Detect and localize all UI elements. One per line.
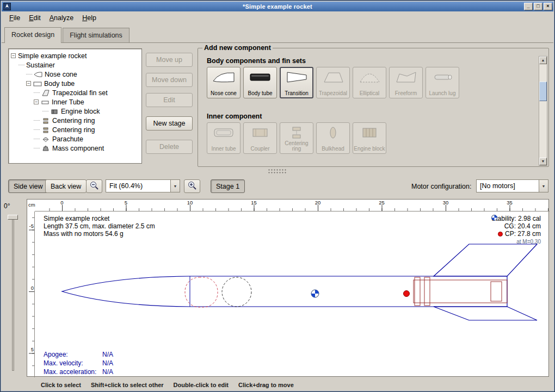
menu-edit[interactable]: Edit [24,13,45,23]
trapezoidal-fin-button: Trapezoidal [316,67,350,98]
tree-item-engine-block[interactable]: Engine block [10,107,140,116]
tree-actions: Move up Move down Edit New stage Delete [146,53,193,160]
fin-set-icon [41,90,50,96]
tree-item-rocket[interactable]: − Simple example rocket [10,51,140,60]
tree-connector [42,111,48,111]
chevron-down-icon: ▼ [174,184,177,188]
nose-cone-icon [34,71,42,78]
view-toolbar: Side view Back view Fit (60.4%) ▼ Stage … [1,178,554,196]
tree-connector [34,92,40,93]
rotation-slider-handle[interactable] [8,215,18,220]
minimize-button[interactable]: _ [524,3,533,10]
flight-stats: Apogee:N/A Max. velocity:N/A Max. accele… [44,350,113,376]
tab-flight-simulations[interactable]: Flight simulations [63,28,130,42]
tree-connector [18,65,24,65]
mass-component-icon [41,145,50,152]
cg-marker [311,290,319,297]
tree-item-centering-ring[interactable]: Centering ring [10,116,140,125]
menu-analyze[interactable]: Analyze [45,13,78,23]
mach-note: at M=0.30 [491,238,541,246]
tree-item-stage[interactable]: Sustainer [10,60,140,70]
rocket-body-outline [62,276,507,307]
scroll-up-button[interactable]: ▲ [539,57,547,64]
tree-item-label: Simple example rocket [18,52,87,60]
add-component-title: Add new component [202,44,273,52]
stage-1-toggle[interactable]: Stage 1 [211,179,245,193]
splitter-handle[interactable] [1,168,554,175]
expander-minus-icon[interactable]: − [11,53,16,58]
transition-button[interactable]: Transition [280,67,313,98]
rotation-angle: 0° [4,202,10,210]
move-up-button: Move up [146,53,193,67]
tree-item-label: Parachute [52,135,83,143]
expander-minus-icon[interactable]: − [34,99,39,104]
tree-item-label: Inner Tube [52,98,84,106]
svg-text:0: 0 [31,285,34,291]
zoom-in-icon [187,181,197,190]
edit-button: Edit [146,93,193,107]
engine-block-button: Engine block [353,122,386,154]
motor-configuration-label: Motor configuration: [411,183,471,190]
tree-item-body-tube[interactable]: − Body tube [10,79,140,88]
tree-item-label: Body tube [44,80,75,88]
body-tube-button[interactable]: Body tube [243,67,277,98]
titlebar[interactable]: *Simple example rocket _ □ × [2,2,553,11]
lower-fin [434,307,537,320]
menu-help[interactable]: Help [78,13,101,23]
svg-text:30: 30 [443,200,449,206]
tree-item-inner-tube[interactable]: − Inner Tube [10,97,140,107]
zoom-out-icon [89,181,99,190]
cg-value: CG: 20.4 cm [504,222,541,230]
add-panel-scrollbar[interactable]: ▲ ▼ [539,56,547,166]
centering-ring-front [415,277,420,306]
tree-item-parachute[interactable]: Parachute [10,134,140,144]
component-tree[interactable]: − Simple example rocket Sustainer Nose c… [8,48,142,164]
svg-text:20: 20 [315,200,321,206]
trapezoidal-fin-icon [321,70,345,84]
inner-tube-icon [41,99,50,105]
zoom-out-button[interactable] [86,179,102,193]
side-view-button[interactable]: Side view [8,179,48,193]
expander-minus-icon[interactable]: − [26,81,31,86]
new-stage-button[interactable]: New stage [146,116,193,130]
main-tabs: Rocket design Flight simulations [2,26,553,43]
launch-lug-icon [430,70,454,84]
svg-text:0: 0 [60,200,63,206]
tree-item-label: Trapezoidal fin set [52,89,108,97]
tree-item-label: Sustainer [26,61,55,69]
menu-file[interactable]: File [5,13,24,23]
horizontal-ruler: 0 5 10 15 20 25 30 35 [35,200,550,211]
statusbar: Click to select Shift+click to select ot… [1,379,554,390]
tree-connector [34,148,40,148]
svg-text:5: 5 [125,200,127,206]
body-components-row: Nose cone Body tube Transition Trapezoid… [207,67,459,98]
tree-item-centering-ring[interactable]: Centering ring [10,125,140,134]
freeform-fin-icon [394,70,418,84]
centering-ring-icon [41,117,50,124]
engine-block-icon [357,126,381,140]
zoom-in-button[interactable] [184,179,200,193]
move-down-button: Move down [146,73,193,87]
back-view-button[interactable]: Back view [45,179,87,193]
tree-item-nose-cone[interactable]: Nose cone [10,70,140,79]
nose-cone-button[interactable]: Nose cone [207,67,240,98]
app-window: *Simple example rocket _ □ × File Edit A… [0,0,555,392]
maximize-button[interactable]: □ [534,3,542,10]
tab-rocket-design[interactable]: Rocket design [4,27,61,43]
mass-component-outline [222,277,251,307]
rocket-canvas[interactable]: cm 0 5 10 15 20 25 30 [27,199,549,377]
zoom-select[interactable]: Fit (60.4%) ▼ [106,179,180,192]
motor-configuration-select[interactable]: [No motors] ▼ [476,179,548,192]
tree-item-mass-component[interactable]: Mass component [10,144,140,153]
close-button[interactable]: × [544,3,552,10]
rotation-slider[interactable] [12,215,14,371]
scroll-down-button[interactable]: ▼ [539,158,547,165]
body-components-label: Body components and fin sets [207,57,306,65]
app-icon[interactable] [3,3,11,10]
scrollbar-thumb[interactable] [539,82,547,101]
inner-tube-button: Inner tube [207,122,240,154]
launch-lug-button: Launch lug [425,67,459,98]
rocket-drawing[interactable]: Simple example rocket Length 37.5 cm, ma… [35,211,550,376]
tree-item-fin-set[interactable]: Trapezoidal fin set [10,88,140,97]
inner-components-row: Inner tube Coupler Centering ring Bulkhe… [207,122,386,154]
